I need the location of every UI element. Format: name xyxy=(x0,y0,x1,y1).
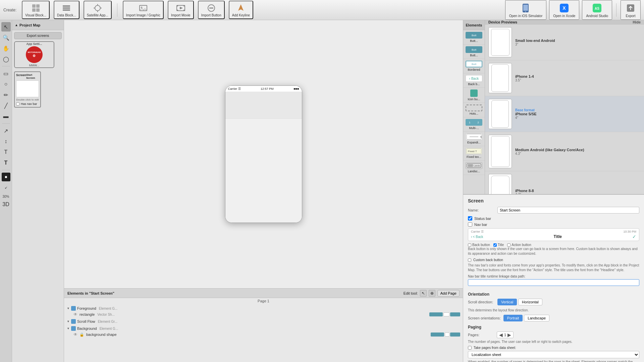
color-tool[interactable]: ■ xyxy=(2,173,10,181)
oval-tool[interactable]: ○ xyxy=(1,79,11,89)
canvas-area[interactable]: Carrier ☰ 12:57 PM ■■■ xyxy=(64,20,463,288)
project-map-header: ▲ Project Map xyxy=(12,20,64,30)
app-settings-label: App Setti... xyxy=(26,42,42,46)
nav-bar-checkbox[interactable] xyxy=(468,222,472,227)
line-tool[interactable]: ╱ xyxy=(1,101,11,110)
svg-rect-18 xyxy=(183,10,185,11)
import-button-btn[interactable]: Import Button xyxy=(198,1,225,19)
nav-data-path-input[interactable] xyxy=(468,279,639,286)
screen-name-input[interactable] xyxy=(497,207,639,214)
orientation-section: Orientation xyxy=(468,292,639,297)
svg-rect-17 xyxy=(177,10,178,11)
pan-tool[interactable]: ✋ xyxy=(1,44,11,53)
corner-tool[interactable]: ↙ xyxy=(1,183,11,192)
edit-select-tool[interactable]: ↖ xyxy=(420,290,427,297)
bg-lock-icon: 🔒 xyxy=(79,333,84,337)
edit-tool-area: Edit tool: ↖ ⊕ Add Page xyxy=(404,290,460,297)
rectangle-vis-icon[interactable]: 👁 xyxy=(73,312,77,317)
hotspot-elem[interactable]: Hots... xyxy=(463,103,485,117)
multi-elem[interactable]: 12 Multi-... xyxy=(463,117,485,132)
back-btn-elem[interactable]: ‹ Back Back b... xyxy=(463,73,485,88)
rectangle-item[interactable]: 👁 rectangle Vector Sh... xyxy=(67,311,460,317)
localization-sheet-select[interactable]: Localization sheet xyxy=(468,351,639,358)
select-tool[interactable]: ↖ xyxy=(1,22,11,32)
visual-block-btn[interactable]: Visual Block... xyxy=(22,1,50,19)
pages-decrement-btn[interactable]: ◀ xyxy=(498,332,503,338)
svg-text:Lands: Lands xyxy=(474,165,480,167)
button-elem-2[interactable]: Butt Butt... xyxy=(463,45,485,59)
data-block-btn[interactable]: Data Block... xyxy=(54,1,79,19)
pages-value: 1 xyxy=(504,333,506,337)
nav-status-bar: Carrier ☰ 10:30 PM xyxy=(471,230,636,233)
zoom-tool[interactable]: 🔍 xyxy=(1,33,11,42)
satellite-app-btn[interactable]: Satellite App... xyxy=(84,1,112,19)
rect-tool[interactable]: ▭ xyxy=(1,69,11,78)
bar-2 xyxy=(443,312,449,316)
nav-desc-1: Back button is only shown if the user ca… xyxy=(468,247,639,256)
foreground-arrow[interactable]: ▼ xyxy=(67,307,70,310)
open-ios-btn[interactable]: Open in iOS Simulator xyxy=(505,0,547,20)
device-info-iphone5: Base format iPhone 5/SE 4" xyxy=(515,108,537,120)
background-arrow[interactable]: ▼ xyxy=(67,327,70,330)
has-nav-checkbox[interactable] xyxy=(16,102,19,106)
app-settings-thumb[interactable]: App Setti... MOTORHEAD ⚙ MMW... xyxy=(14,41,54,68)
landscape-btn[interactable]: Landscape xyxy=(524,315,549,321)
back-btn-option: Back button xyxy=(468,243,490,247)
paging-desc: The number of pages. The user can swipe … xyxy=(468,340,639,344)
import-movie-btn[interactable]: Import Movie xyxy=(168,1,194,19)
main-area: ↖ 🔍 ✋ ◯ ▭ ○ ✏ ╱ ▬ ↗ ↕ T T ■ ↙ 30% 3D ▲ P… xyxy=(0,20,644,362)
import-image-icon xyxy=(138,3,149,13)
svg-point-7 xyxy=(95,5,100,11)
circle-tool[interactable]: ◯ xyxy=(1,54,11,64)
device-panel-hide-btn[interactable]: Hide xyxy=(633,20,641,24)
action-btn-checkbox[interactable] xyxy=(507,243,511,247)
device-inner-iphone14 xyxy=(491,64,509,92)
edit-move-tool[interactable]: ⊕ xyxy=(429,290,435,297)
select3-tool[interactable]: ↕ xyxy=(1,137,11,146)
portrait-btn[interactable]: Portrait xyxy=(503,315,523,321)
rectangle-bar xyxy=(429,312,460,316)
vertical-btn[interactable]: Vertical xyxy=(497,299,517,305)
device-inner-iphone8 xyxy=(491,176,509,194)
landscape-elem[interactable]: Lands Landsc... xyxy=(463,161,485,175)
take-pages-checkbox[interactable] xyxy=(468,346,472,350)
background-shape-item[interactable]: 👁 🔒 background shape xyxy=(67,331,460,338)
fixed-text-elem[interactable]: Fixed T Fixed tex... xyxy=(463,146,485,161)
status-bar-checkbox[interactable] xyxy=(468,216,472,221)
svg-text:Fixed T: Fixed T xyxy=(468,150,477,153)
svg-text:AS: AS xyxy=(595,7,599,10)
shape-tool[interactable]: ▬ xyxy=(1,112,11,121)
bg-vis-icon[interactable]: 👁 xyxy=(73,332,77,337)
custom-back-checkbox[interactable] xyxy=(468,258,471,262)
title-checkbox[interactable] xyxy=(493,243,497,247)
text2-tool[interactable]: T xyxy=(1,158,11,168)
text-tool[interactable]: T xyxy=(1,147,11,157)
add-page-btn[interactable]: Add Page xyxy=(437,290,460,297)
open-xcode-btn[interactable]: X Open in Xcode xyxy=(549,0,579,20)
3d-btn[interactable]: 3D xyxy=(1,200,11,209)
icon-btn-elem[interactable]: Icon bu... xyxy=(463,88,485,103)
device-thumb-iphone14 xyxy=(488,63,512,93)
dbl-click-hint: Double-click to edit xyxy=(16,98,39,101)
select2-tool[interactable]: ↗ xyxy=(1,126,11,135)
android-studio-btn[interactable]: AS Android Studio xyxy=(582,0,612,20)
action-btn-option: Action button xyxy=(507,243,531,247)
scroll-flow-arrow[interactable]: ▼ xyxy=(67,320,70,323)
device-info-iphone14: iPhone 1-4 3.5" xyxy=(515,74,534,82)
horizontal-btn[interactable]: Horizontal xyxy=(518,299,542,305)
screen-card[interactable]: Screen Start Screen Double-click to edit… xyxy=(14,71,41,108)
pen-tool[interactable]: ✏ xyxy=(1,90,11,100)
svg-rect-0 xyxy=(32,4,36,8)
btn-preview-1: Butt xyxy=(466,32,482,39)
expand-elem[interactable]: ▼ Expandi... xyxy=(463,132,485,146)
add-keyline-btn[interactable]: Add Keyline xyxy=(229,1,253,19)
bottom-panel-header: Elements in "Start Screen" Edit tool: ↖ … xyxy=(64,289,463,298)
export-screens-btn[interactable]: Export screens xyxy=(14,32,62,39)
back-btn-checkbox[interactable] xyxy=(468,243,471,247)
export-btn[interactable]: Export xyxy=(621,0,641,20)
import-image-btn[interactable]: Import Image / Graphic xyxy=(123,1,164,19)
button-elem-1[interactable]: Butt Butt... xyxy=(463,30,485,45)
button-elem-bordered[interactable]: Butt Bordered xyxy=(463,59,485,73)
device-thumb-android-small xyxy=(488,27,512,57)
pages-increment-btn[interactable]: ▶ xyxy=(507,332,512,338)
